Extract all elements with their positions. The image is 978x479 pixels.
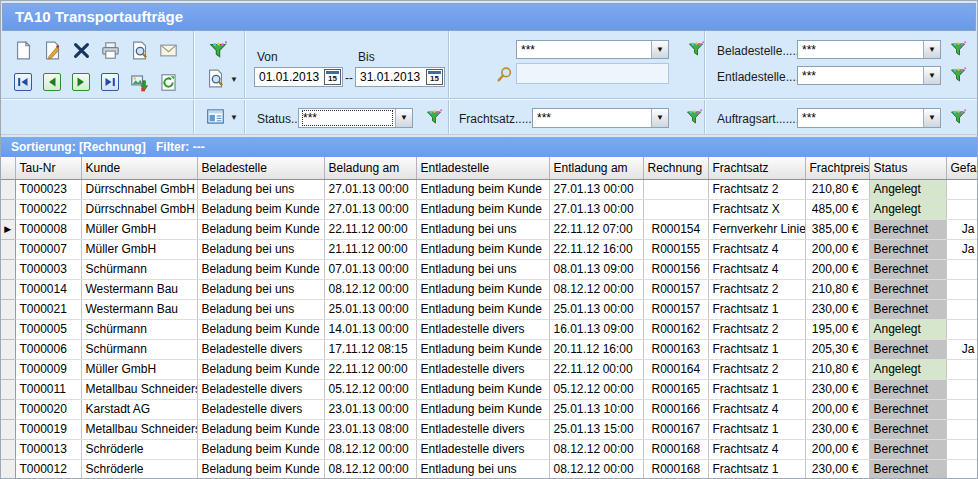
- frachtpreis-cell: 485,00 €: [805, 199, 869, 219]
- auftragsart-select[interactable]: *** ▼: [797, 108, 941, 128]
- table-row[interactable]: T000014Westermann BauBeladung bei uns08.…: [1, 279, 978, 299]
- search-button[interactable]: [496, 66, 513, 83]
- chevron-down-icon[interactable]: ▼: [395, 109, 412, 127]
- rechnung-header[interactable]: Rechnung: [643, 157, 708, 179]
- nav-first-button[interactable]: [14, 73, 32, 91]
- calendar-icon[interactable]: 15: [324, 69, 341, 85]
- search-menu-button[interactable]: [206, 69, 225, 88]
- table-row[interactable]: T000022Dürrschnabel GmbHBeladung beim Ku…: [1, 199, 978, 219]
- filter-button[interactable]: [208, 40, 228, 60]
- nav-previous-button[interactable]: [43, 73, 61, 91]
- print-icon: [101, 41, 120, 60]
- gefahrgut-cell: [946, 259, 978, 279]
- taunr-header[interactable]: Tau-Nr: [15, 157, 81, 179]
- print-preview-button[interactable]: [130, 41, 149, 60]
- table-row[interactable]: T000020Karstadt AGBeladestelle divers23.…: [1, 399, 978, 419]
- print-button[interactable]: [101, 41, 120, 60]
- status-cell: Berechnet: [869, 239, 946, 259]
- row-selector[interactable]: [1, 359, 15, 379]
- entladestelle-cell: Entladung beim Kunde: [416, 179, 549, 199]
- beladestelle-select[interactable]: *** ▼: [797, 40, 941, 59]
- search-input[interactable]: [516, 63, 669, 84]
- bis-date-input[interactable]: 31.01.2013 15: [355, 67, 445, 87]
- von-date-input[interactable]: 01.01.2013 15: [254, 67, 343, 87]
- row-selector[interactable]: [1, 199, 15, 219]
- row-selector[interactable]: [1, 319, 15, 339]
- delete-button[interactable]: [72, 41, 91, 60]
- chevron-down-icon[interactable]: ▼: [651, 41, 668, 58]
- kunde-cell: Metallbau Schneiders: [81, 419, 197, 439]
- beladestelle-filter-button[interactable]: [949, 40, 967, 58]
- nav-last-button[interactable]: [101, 73, 119, 91]
- chevron-down-icon[interactable]: ▼: [230, 75, 238, 84]
- beladestelle-header[interactable]: Beladestelle: [197, 157, 324, 179]
- row-selector[interactable]: [1, 459, 15, 479]
- table-row[interactable]: T000005SchürmannBeladung beim Kunde14.01…: [1, 319, 978, 339]
- edit-button[interactable]: [43, 41, 62, 60]
- delete-icon: [72, 41, 91, 60]
- frachtsatz-select[interactable]: *** ▼: [532, 108, 669, 128]
- row-selector[interactable]: [1, 259, 15, 279]
- chevron-down-icon[interactable]: ▼: [651, 109, 668, 127]
- table-row[interactable]: T000003SchürmannBeladung beim Kunde07.01…: [1, 259, 978, 279]
- search-filter-button[interactable]: [687, 40, 705, 58]
- frachtsatz-header[interactable]: Frachtsatz: [708, 157, 805, 179]
- row-selector[interactable]: [1, 279, 15, 299]
- row-selector[interactable]: [1, 439, 15, 459]
- row-selector[interactable]: [1, 339, 15, 359]
- chevron-down-icon[interactable]: ▼: [923, 109, 940, 127]
- chevron-down-icon[interactable]: ▼: [923, 41, 940, 58]
- search-select[interactable]: *** ▼: [516, 40, 669, 59]
- entladestelle-header[interactable]: Entladestelle: [416, 157, 549, 179]
- entladestelle-filter-button[interactable]: [949, 66, 967, 84]
- table-row[interactable]: T000007Müller GmbHBeladung bei uns21.11.…: [1, 239, 978, 259]
- auftragsart-filter-button[interactable]: [949, 108, 967, 126]
- status-select[interactable]: *** ▼: [298, 108, 413, 128]
- table-row[interactable]: T000013SchröderleBeladung beim Kunde08.1…: [1, 439, 978, 459]
- table-row[interactable]: T000006SchürmannBeladestelle divers17.11…: [1, 339, 978, 359]
- calendar-icon[interactable]: 15: [426, 69, 443, 85]
- new-button[interactable]: [14, 41, 33, 60]
- entladung-am-cell: 22.11.12 00:00: [549, 359, 643, 379]
- status-filter-button[interactable]: [425, 108, 443, 126]
- table-row[interactable]: T000023Dürrschnabel GmbHBeladung bei uns…: [1, 179, 978, 199]
- row-selector[interactable]: [1, 299, 15, 319]
- status-cell: Angelegt: [869, 359, 946, 379]
- row-selector[interactable]: [1, 379, 15, 399]
- status-header[interactable]: Status: [869, 157, 946, 179]
- row-selector[interactable]: [1, 239, 15, 259]
- gefahrgut-cell: [946, 359, 978, 379]
- beladung-am-header[interactable]: Beladung am: [324, 157, 416, 179]
- row-selector[interactable]: [1, 399, 15, 419]
- sort-status: Sortierung: [Rechnung]: [11, 137, 146, 157]
- frachtsatz-filter-button[interactable]: [685, 108, 703, 126]
- status-cell: Berechnet: [869, 439, 946, 459]
- table-row[interactable]: ▶T000008Müller GmbHBeladung beim Kunde22…: [1, 219, 978, 239]
- refresh-button[interactable]: [159, 73, 178, 92]
- table-row[interactable]: T000021Westermann BauBeladung bei uns25.…: [1, 299, 978, 319]
- nav-next-button[interactable]: [72, 73, 90, 91]
- export-button[interactable]: [130, 73, 149, 92]
- status-cell: Berechnet: [869, 279, 946, 299]
- entladestelle-select[interactable]: *** ▼: [797, 66, 941, 85]
- table-row[interactable]: T000019Metallbau SchneidersBeladung beim…: [1, 419, 978, 439]
- row-selector[interactable]: [1, 179, 15, 199]
- rechnung-cell: R000168: [643, 459, 708, 479]
- table-row[interactable]: T000012SchröderleBeladung beim Kunde08.1…: [1, 459, 978, 479]
- beladestelle-cell: Beladung beim Kunde: [197, 319, 324, 339]
- beladung-am-cell: 21.11.12 00:00: [324, 239, 416, 259]
- gefahrgut-header[interactable]: Gefah: [946, 157, 978, 179]
- entladestelle-cell: Entladung beim Kunde: [416, 339, 549, 359]
- table-row[interactable]: T000009Müller GmbHBeladung beim Kunde22.…: [1, 359, 978, 379]
- kunde-cell: Karstadt AG: [81, 399, 197, 419]
- row-selector[interactable]: [1, 419, 15, 439]
- email-button[interactable]: [159, 41, 178, 60]
- row-selector[interactable]: ▶: [1, 219, 15, 239]
- chevron-down-icon[interactable]: ▼: [230, 113, 238, 122]
- frachtpreis-header[interactable]: Frachtpreis: [805, 157, 869, 179]
- kunde-header[interactable]: Kunde: [81, 157, 197, 179]
- view-menu-button[interactable]: [206, 107, 225, 126]
- chevron-down-icon[interactable]: ▼: [923, 67, 940, 84]
- table-row[interactable]: T000011Metallbau SchneidersBeladestelle …: [1, 379, 978, 399]
- entladung-am-header[interactable]: Entladung am: [549, 157, 643, 179]
